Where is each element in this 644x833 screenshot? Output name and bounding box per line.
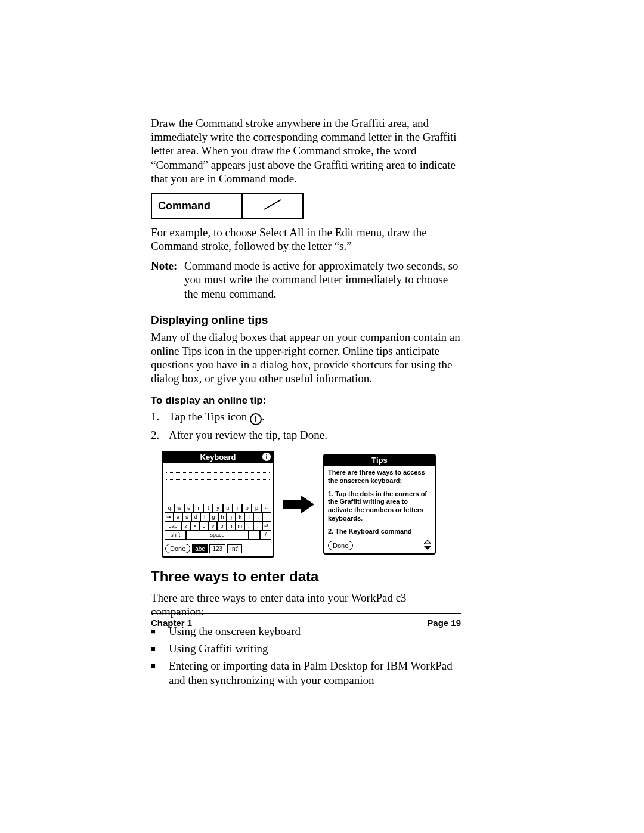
key-k[interactable]: k	[236, 513, 244, 522]
step-number: 2.	[151, 428, 169, 444]
tab-123[interactable]: 123	[209, 544, 225, 553]
note-block: Note: Command mode is active for approxi…	[151, 259, 461, 301]
page-footer: Chapter 1 Page 19	[151, 613, 461, 628]
scroll-arrows-icon[interactable]	[424, 540, 431, 550]
key-return[interactable]: ↵	[262, 522, 271, 531]
note-text: Command mode is active for approximately…	[184, 259, 461, 301]
tab-abc[interactable]: abc	[192, 544, 208, 553]
intro-paragraph: Draw the Command stroke anywhere in the …	[151, 116, 461, 185]
tips-p2: 1. Tap the dots in the corners of the Gr…	[328, 490, 431, 523]
step-text: Tap the Tips icon i.	[169, 409, 265, 425]
document-page: Draw the Command stroke anywhere in the …	[0, 0, 644, 833]
note-label: Note:	[151, 259, 184, 301]
tips-icon: i	[250, 413, 262, 425]
bullet-text: Entering or importing data in Palm Deskt…	[169, 659, 461, 688]
section-heading-tips: Displaying online tips	[151, 314, 461, 327]
svg-marker-2	[424, 540, 431, 544]
key-d[interactable]: d	[191, 513, 200, 522]
done-button[interactable]: Done	[165, 544, 190, 553]
square-bullet-icon: ■	[151, 642, 169, 657]
keyboard-bottom-bar: Done abc 123 Int'l	[163, 542, 273, 556]
footer-chapter: Chapter 1	[151, 618, 192, 628]
key-semicolon[interactable]: ;	[253, 513, 262, 522]
subheading-display-tip: To display an online tip:	[151, 395, 461, 407]
key-s[interactable]: s	[182, 513, 191, 522]
screenshots-figure: Keyboard i q w e r t y	[162, 451, 436, 558]
key-shift[interactable]: shift	[165, 531, 186, 540]
key-backspace[interactable]: ←	[262, 504, 271, 513]
list-item: 1. Tap the Tips icon i.	[151, 409, 461, 425]
key-slash[interactable]: /	[260, 531, 271, 540]
key-q[interactable]: q	[165, 504, 174, 513]
key-space[interactable]: space	[186, 531, 249, 540]
keyboard-titlebar: Keyboard i	[163, 452, 273, 463]
key-f[interactable]: f	[200, 513, 209, 522]
square-bullet-icon: ■	[151, 659, 169, 688]
arrow-icon	[283, 496, 314, 513]
key-i[interactable]: i	[233, 504, 242, 513]
key-h[interactable]: h	[218, 513, 227, 522]
tips-p1: There are three ways to access the onscr…	[328, 469, 431, 485]
keyboard-text-area[interactable]	[163, 463, 273, 503]
section-heading-enter-data: Three ways to enter data	[151, 568, 461, 585]
key-m[interactable]: m	[236, 522, 244, 531]
enter-data-bullets: ■ Using the onscreen keyboard ■ Using Gr…	[151, 624, 461, 688]
tips-body: There are three ways to access the onscr…	[324, 466, 435, 539]
svg-marker-3	[424, 546, 431, 550]
key-a[interactable]: a	[174, 513, 182, 522]
footer-page: Page 19	[427, 618, 461, 628]
key-l[interactable]: l	[244, 513, 253, 522]
key-y[interactable]: y	[213, 504, 222, 513]
list-item: ■ Entering or importing data in Palm Des…	[151, 659, 461, 688]
info-icon[interactable]: i	[262, 453, 271, 461]
tips-titlebar: Tips	[324, 455, 435, 466]
example-paragraph: For example, to choose Select All in the…	[151, 225, 461, 253]
key-t[interactable]: t	[203, 504, 213, 513]
svg-marker-1	[283, 496, 314, 513]
page-content: Draw the Command stroke anywhere in the …	[151, 116, 461, 692]
list-item: 2. After you review the tip, tap Done.	[151, 428, 461, 444]
command-label: Command	[151, 193, 242, 219]
key-o[interactable]: o	[242, 504, 252, 513]
key-period[interactable]: .	[253, 522, 262, 531]
keyboard-screenshot: Keyboard i q w e r t y	[162, 451, 274, 558]
key-u[interactable]: u	[223, 504, 233, 513]
tips-paragraph: Many of the dialog boxes that appear on …	[151, 330, 461, 386]
key-v[interactable]: v	[208, 522, 217, 531]
key-quote[interactable]: '	[262, 513, 271, 522]
key-c[interactable]: c	[199, 522, 208, 531]
key-n[interactable]: n	[227, 522, 236, 531]
key-j[interactable]: j	[227, 513, 236, 522]
key-tab[interactable]: ⇥	[165, 513, 174, 522]
keyboard-title: Keyboard	[200, 453, 236, 462]
step-text: After you review the tip, tap Done.	[169, 428, 327, 444]
key-r[interactable]: r	[194, 504, 203, 513]
done-button[interactable]: Done	[328, 541, 353, 550]
tips-bottom-bar: Done	[324, 539, 435, 553]
tab-intl[interactable]: Int'l	[227, 544, 242, 553]
tips-screenshot: Tips There are three ways to access the …	[323, 454, 436, 555]
key-e[interactable]: e	[184, 504, 194, 513]
key-b[interactable]: b	[217, 522, 226, 531]
tips-p3: 2. The Keyboard command	[328, 528, 431, 536]
key-p[interactable]: p	[252, 504, 261, 513]
key-g[interactable]: g	[209, 513, 218, 522]
key-dash[interactable]: -	[249, 531, 260, 540]
key-comma[interactable]: ,	[244, 522, 253, 531]
step-number: 1.	[151, 409, 169, 425]
key-cap[interactable]: cap	[165, 522, 181, 531]
bullet-text: Using Graffiti writing	[169, 642, 268, 657]
key-x[interactable]: ×	[190, 522, 199, 531]
list-item: ■ Using Graffiti writing	[151, 642, 461, 657]
key-w[interactable]: w	[174, 504, 184, 513]
svg-line-0	[264, 200, 281, 209]
command-stroke-figure: Command	[151, 193, 461, 219]
key-z[interactable]: z	[181, 522, 190, 531]
tip-steps-list: 1. Tap the Tips icon i. 2. After you rev…	[151, 409, 461, 444]
command-stroke-icon	[242, 193, 303, 219]
keyboard-keys: q w e r t y u i o p ← ⇥ a	[163, 503, 273, 542]
